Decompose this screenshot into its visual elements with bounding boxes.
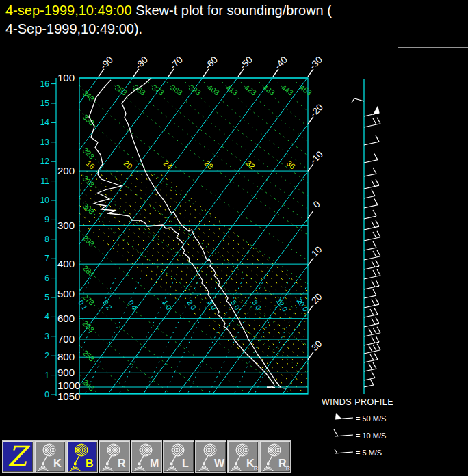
skewt-app-window: 4-sep-1999,10:49:00 Skew-t plot for soun… xyxy=(0,0,468,476)
svg-text:7: 7 xyxy=(44,254,49,263)
svg-text:443: 443 xyxy=(280,83,295,97)
toolbar-button-z[interactable]: Z xyxy=(2,440,34,473)
svg-text:400: 400 xyxy=(57,258,75,269)
isotherm-lines xyxy=(0,78,468,394)
balloon-icon: B xyxy=(67,442,97,472)
svg-text:4: 4 xyxy=(44,312,49,321)
svg-text:10: 10 xyxy=(40,196,50,205)
svg-text:100: 100 xyxy=(57,72,75,83)
balloon-icon: W xyxy=(196,442,226,472)
svg-text:433: 433 xyxy=(261,83,276,97)
svg-text:15: 15 xyxy=(40,98,50,108)
button-letter: L xyxy=(182,458,189,469)
svg-text:20: 20 xyxy=(309,291,324,306)
plot-border xyxy=(79,78,308,394)
svg-text:8.0: 8.0 xyxy=(250,298,263,311)
toolbar-button-k-r[interactable]: KR xyxy=(227,440,259,473)
svg-text:8: 8 xyxy=(44,235,49,244)
svg-text:373: 373 xyxy=(151,83,166,97)
svg-text:253: 253 xyxy=(81,349,96,363)
balloon-icon: RR xyxy=(260,442,290,472)
svg-text:200: 200 xyxy=(57,165,75,176)
toolbar-button-m[interactable]: M xyxy=(131,440,162,473)
mixing-ratio-lines xyxy=(35,278,311,394)
isobar-lines xyxy=(79,78,308,394)
toolbar-button-b[interactable]: B xyxy=(66,440,98,473)
svg-text:14: 14 xyxy=(40,118,50,127)
balloon-icon: KR xyxy=(228,442,258,472)
svg-text:283: 283 xyxy=(81,264,96,278)
toolbar-button-r-r[interactable]: RR xyxy=(259,440,291,473)
isotherm-labels-top: -90-80-70-60-50-40-30 xyxy=(99,55,324,77)
svg-text:1.0: 1.0 xyxy=(161,298,173,311)
svg-text:-10: -10 xyxy=(309,149,325,166)
svg-text:-30: -30 xyxy=(308,55,324,71)
svg-text:12: 12 xyxy=(40,157,50,166)
svg-text:10: 10 xyxy=(309,244,324,259)
svg-text:800: 800 xyxy=(57,351,75,362)
svg-text:Z: Z xyxy=(8,442,30,472)
svg-text:0.2: 0.2 xyxy=(101,298,114,311)
svg-text:1: 1 xyxy=(44,371,49,380)
moist-adiabat-labels: 162024283236 xyxy=(85,159,297,170)
svg-text:3: 3 xyxy=(44,332,49,341)
svg-text:453: 453 xyxy=(298,83,313,97)
svg-text:11: 11 xyxy=(41,176,50,186)
svg-text:413: 413 xyxy=(224,83,239,97)
button-letter: B xyxy=(86,458,94,469)
svg-text:= 10 M/S: = 10 M/S xyxy=(356,432,386,440)
svg-text:13: 13 xyxy=(40,137,50,147)
button-letter-subscript: R xyxy=(286,465,290,471)
svg-text:5: 5 xyxy=(44,293,49,302)
z-logo-icon: Z xyxy=(3,442,33,472)
svg-text:9: 9 xyxy=(44,215,49,224)
svg-text:-50: -50 xyxy=(238,55,255,71)
balloon-icon: K xyxy=(35,442,65,472)
button-letter-subscript: R xyxy=(254,465,258,471)
svg-text:2: 2 xyxy=(44,351,49,360)
svg-text:313: 313 xyxy=(81,174,96,189)
svg-text:0.4: 0.4 xyxy=(127,298,139,311)
button-letter: M xyxy=(150,458,159,469)
svg-text:30: 30 xyxy=(309,339,324,353)
svg-text:-20: -20 xyxy=(309,102,325,118)
svg-text:343: 343 xyxy=(81,89,96,103)
svg-text:0: 0 xyxy=(44,390,49,399)
pressure-axis-labels: 10020030040050060070080090010001050 xyxy=(57,72,80,402)
svg-text:-90: -90 xyxy=(99,55,115,71)
svg-text:293: 293 xyxy=(81,234,96,248)
height-axis: 012345678910111213141516 xyxy=(40,78,56,399)
svg-text:1000: 1000 xyxy=(57,380,80,391)
svg-text:363: 363 xyxy=(132,83,147,97)
mixing-ratio-labels: 0.10.20.41.02.03.05.08.012.020.0 xyxy=(77,297,310,313)
balloon-icon: R xyxy=(99,442,129,472)
svg-text:323: 323 xyxy=(81,146,96,161)
svg-text:20: 20 xyxy=(122,159,134,170)
winds-legend-title: WINDS PROFILE xyxy=(322,397,393,407)
svg-text:= 5 M/S: = 5 M/S xyxy=(356,449,382,457)
toolbar-button-k[interactable]: K xyxy=(34,440,66,473)
svg-text:1050: 1050 xyxy=(57,391,80,402)
toolbar-button-w[interactable]: W xyxy=(195,440,226,473)
dry-adiabat-labels: 3533633733833934034134234334434533433333… xyxy=(81,83,313,393)
svg-text:16: 16 xyxy=(40,79,50,89)
svg-text:12.0: 12.0 xyxy=(275,297,289,313)
svg-text:500: 500 xyxy=(57,288,75,300)
svg-text:= 50 M/S: = 50 M/S xyxy=(356,414,386,423)
svg-text:-40: -40 xyxy=(273,55,289,71)
temperature-trace xyxy=(122,78,281,388)
balloon-icon: L xyxy=(164,442,194,472)
button-letter: K xyxy=(53,458,62,469)
svg-text:403: 403 xyxy=(206,83,221,97)
svg-text:263: 263 xyxy=(81,319,96,334)
balloon-icon: M xyxy=(131,442,161,472)
button-letter: W xyxy=(214,458,225,469)
toolbar-button-r[interactable]: R xyxy=(99,440,130,473)
svg-text:900: 900 xyxy=(57,367,75,378)
svg-text:-60: -60 xyxy=(203,55,220,71)
toolbar-button-l[interactable]: L xyxy=(163,440,194,473)
wind-barbs xyxy=(352,98,380,387)
svg-text:32: 32 xyxy=(245,159,257,170)
svg-text:-80: -80 xyxy=(133,55,150,71)
dry-adiabat-lines xyxy=(79,82,468,476)
